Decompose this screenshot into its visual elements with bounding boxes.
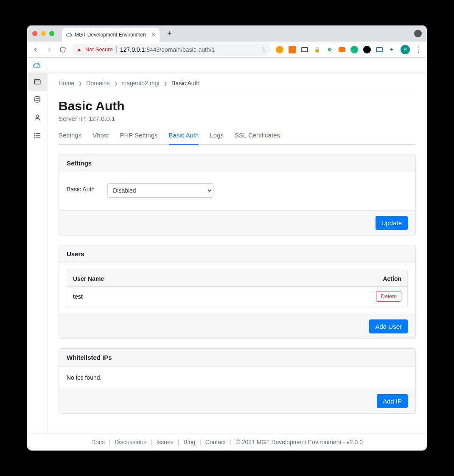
sidebar-item-users[interactable] <box>27 109 48 126</box>
sidebar-item-databases[interactable] <box>27 91 48 109</box>
extension-icon[interactable] <box>363 46 371 53</box>
users-table: User Name Action test Delete <box>67 271 408 306</box>
browser-tab[interactable]: MGT Development Environmen × <box>62 28 160 42</box>
menu-icon[interactable]: ⋮ <box>415 45 423 54</box>
back-button[interactable] <box>31 46 40 53</box>
url-input[interactable]: ▲ Not Secure 127.0.0.1:8443/domain/basic… <box>72 44 271 56</box>
footer: Docs | Discussions | Issues | Blog | Con… <box>27 433 427 451</box>
add-user-button[interactable]: Add User <box>369 319 408 333</box>
extension-icon[interactable] <box>289 46 296 53</box>
tab-vhost[interactable]: Vhost <box>92 132 109 144</box>
svg-point-7 <box>34 133 35 134</box>
extension-icon[interactable]: ✿ <box>326 46 333 53</box>
svg-rect-0 <box>34 80 40 84</box>
tab-php-settings[interactable]: PHP Settings <box>120 132 158 144</box>
breadcrumb-link[interactable]: magento2.mgt <box>122 80 160 87</box>
security-status: Not Secure <box>85 46 113 53</box>
sidebar <box>27 73 48 433</box>
footer-link-issues[interactable]: Issues <box>156 439 173 445</box>
table-row: test Delete <box>67 287 408 306</box>
extension-icon[interactable] <box>301 47 308 52</box>
tab-bar: Settings Vhost PHP Settings Basic Auth L… <box>59 132 416 145</box>
svg-point-3 <box>36 115 39 118</box>
main-content: Home ❯ Domains ❯ magento2.mgt ❯ Basic Au… <box>48 73 427 433</box>
bookmark-icon[interactable]: ☆ <box>261 46 266 53</box>
profile-avatar[interactable]: S <box>401 45 410 54</box>
footer-link-contact[interactable]: Contact <box>205 439 226 445</box>
breadcrumb-link[interactable]: Domains <box>86 80 109 87</box>
basic-auth-select[interactable]: Disabled <box>107 183 213 198</box>
close-window-button[interactable] <box>32 31 37 36</box>
breadcrumb-link[interactable]: Home <box>59 80 74 87</box>
svg-point-8 <box>34 135 35 136</box>
svg-point-2 <box>35 97 40 99</box>
whitelisted-ips-panel: Whitelisted IPs No ips found. Add IP <box>59 348 416 414</box>
extension-icon[interactable] <box>339 47 345 52</box>
address-bar: ▲ Not Secure 127.0.0.1:8443/domain/basic… <box>27 42 427 58</box>
warning-icon: ▲ <box>76 46 82 53</box>
add-ip-button[interactable]: Add IP <box>377 394 408 408</box>
cloud-icon <box>33 62 41 69</box>
users-panel: Users User Name Action tes <box>59 245 416 339</box>
extension-icon[interactable]: 🔒 <box>313 46 321 53</box>
col-action: Action <box>365 271 408 287</box>
chevron-right-icon: ❯ <box>164 81 167 86</box>
footer-link-blog[interactable]: Blog <box>183 439 195 445</box>
page-subtitle: Server IP: 127.0.0.1 <box>59 115 416 122</box>
breadcrumb-current: Basic Auth <box>171 80 199 87</box>
reload-button[interactable] <box>59 46 67 53</box>
app-viewport: Home ❯ Domains ❯ magento2.mgt ❯ Basic Au… <box>27 58 427 451</box>
tab-basic-auth[interactable]: Basic Auth <box>169 132 199 145</box>
window-titlebar: MGT Development Environmen × + <box>27 25 427 42</box>
maximize-window-button[interactable] <box>49 31 54 36</box>
browser-window: MGT Development Environmen × + ▲ Not Sec… <box>27 25 427 451</box>
panel-heading: Settings <box>59 154 415 172</box>
footer-copyright: © 2021 MGT Development Environment - v2.… <box>235 439 363 445</box>
cell-username: test <box>67 287 365 306</box>
svg-point-9 <box>34 137 35 138</box>
top-strip <box>27 58 427 73</box>
tab-title: MGT Development Environmen <box>75 32 146 38</box>
panel-heading: Users <box>59 245 415 263</box>
update-button[interactable]: Update <box>376 216 408 230</box>
sidebar-item-domains[interactable] <box>27 73 48 91</box>
extensions: 🔒 ✿ ✦ S ⋮ <box>276 45 423 54</box>
incognito-icon <box>414 30 422 37</box>
forward-button[interactable] <box>45 46 53 53</box>
settings-panel: Settings Basic Auth Disabled Update <box>59 154 416 235</box>
new-tab-button[interactable]: + <box>165 28 174 40</box>
page-title: Basic Auth <box>59 99 416 113</box>
chevron-right-icon: ❯ <box>114 81 118 86</box>
chevron-right-icon: ❯ <box>78 81 82 86</box>
footer-link-discussions[interactable]: Discussions <box>115 439 146 445</box>
tab-ssl-certificates[interactable]: SSL Certificates <box>235 132 280 144</box>
extensions-puzzle-icon[interactable]: ✦ <box>388 46 395 53</box>
cloud-icon <box>66 32 72 38</box>
url-text: 127.0.0.1:8443/domain/basic-auth/1 <box>120 46 215 53</box>
minimize-window-button[interactable] <box>41 31 46 36</box>
extension-icon[interactable] <box>276 46 283 53</box>
tab-logs[interactable]: Logs <box>210 132 224 144</box>
extension-icon[interactable] <box>350 46 358 53</box>
close-tab-icon[interactable]: × <box>152 31 155 38</box>
empty-state: No ips found. <box>59 367 415 389</box>
footer-link-docs[interactable]: Docs <box>91 439 105 445</box>
breadcrumb: Home ❯ Domains ❯ magento2.mgt ❯ Basic Au… <box>59 80 416 92</box>
panel-heading: Whitelisted IPs <box>59 349 415 367</box>
window-controls <box>32 31 54 36</box>
divider <box>116 46 117 53</box>
extension-icon[interactable] <box>376 47 383 52</box>
basic-auth-label: Basic Auth <box>67 183 95 193</box>
col-username: User Name <box>67 271 365 287</box>
tab-settings[interactable]: Settings <box>59 132 81 144</box>
delete-button[interactable]: Delete <box>376 291 401 302</box>
sidebar-item-services[interactable] <box>27 126 48 144</box>
